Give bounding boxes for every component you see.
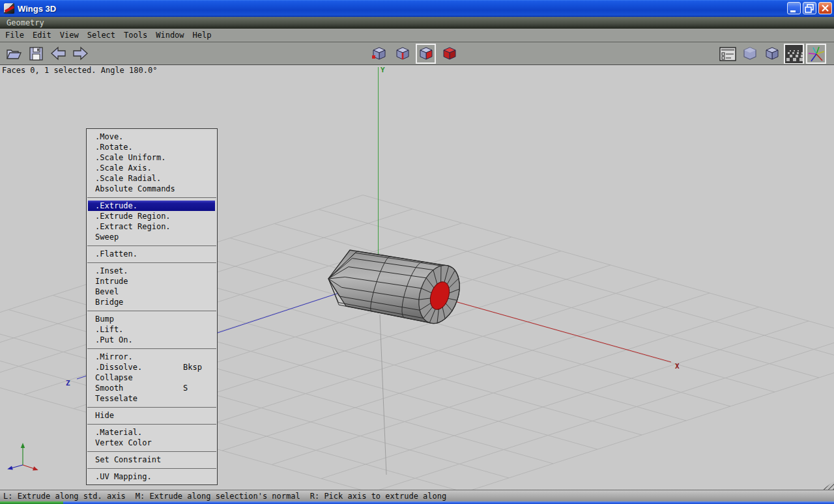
face-mode-button[interactable] (417, 45, 435, 63)
menu-item-label: Vertex Color (95, 438, 152, 447)
axis-label-x: X (675, 362, 680, 371)
menu-item-tesselate[interactable]: Tesselate (87, 393, 217, 404)
menu-item-material[interactable]: .Material. (87, 427, 217, 438)
ground-plane-button[interactable] (785, 45, 803, 63)
minimize-icon (788, 3, 800, 14)
start-button[interactable] (0, 501, 63, 504)
menu-item-label: .Scale Axis. (95, 163, 152, 173)
menu-item-bridge[interactable]: Bridge (87, 297, 217, 307)
menu-item-label: Bridge (95, 298, 123, 307)
show-edges-icon (764, 46, 781, 63)
menu-separator (87, 345, 217, 352)
menu-separator (87, 421, 217, 427)
menu-item-put-on[interactable]: .Put On. (87, 335, 217, 345)
status-right-mouse: R: Pick axis to extrude along (310, 492, 447, 501)
geometry-window-label: Geometry (0, 17, 834, 29)
forward-arrow-button[interactable] (72, 45, 89, 63)
menu-item-collapse[interactable]: Collapse (87, 372, 217, 383)
title-bar: Wings 3D (0, 0, 834, 17)
menu-separator (87, 465, 217, 471)
menu-item-label: .Dissolve. (95, 363, 142, 372)
show-axes-button[interactable] (807, 45, 825, 63)
show-axes-icon (807, 45, 825, 63)
show-edges-button[interactable] (763, 45, 781, 63)
menu-separator (87, 404, 217, 410)
menu-view[interactable]: View (60, 31, 79, 40)
close-button[interactable] (818, 2, 832, 14)
axis-label-y: Y (381, 66, 385, 74)
menu-item-flatten[interactable]: .Flatten. (87, 249, 217, 259)
menu-item-label: .Extrude Region. (95, 212, 171, 221)
menu-bar: FileEditViewSelectToolsWindowHelp (0, 29, 834, 42)
menu-item-absolute-commands[interactable]: Absolute Commands (87, 184, 217, 194)
menu-separator (87, 448, 217, 455)
menu-help[interactable]: Help (193, 31, 212, 40)
menu-item-label: .Inset. (95, 266, 128, 275)
menu-item-label: Smooth (95, 384, 123, 393)
menu-item-label: .Scale Radial. (95, 174, 161, 183)
menu-item-label: Collapse (95, 373, 133, 382)
back-arrow-icon (50, 45, 67, 63)
minimize-button[interactable] (787, 2, 801, 14)
menu-item-label: Bump (95, 315, 114, 324)
save-file-button[interactable] (27, 45, 45, 63)
restore-button[interactable] (803, 2, 816, 14)
menu-item-inset[interactable]: .Inset. (87, 266, 217, 276)
menu-separator (87, 194, 217, 201)
menu-edit[interactable]: Edit (33, 31, 51, 40)
menu-item-scale-radial[interactable]: .Scale Radial. (87, 173, 217, 184)
face-mode-icon (418, 46, 435, 63)
menu-item-hide[interactable]: Hide (87, 410, 217, 421)
smooth-shading-button[interactable] (741, 45, 758, 63)
menu-item-move[interactable]: .Move. (87, 132, 217, 142)
vertex-mode-button[interactable] (370, 45, 388, 63)
menu-item-extrude[interactable]: .Extrude. (88, 201, 215, 211)
menu-tools[interactable]: Tools (124, 31, 147, 40)
menu-item-label: .Material. (95, 428, 142, 437)
geometry-graph-window-button[interactable] (719, 45, 736, 63)
edge-mode-button[interactable] (394, 45, 411, 63)
menu-item-smooth[interactable]: SmoothS (87, 383, 217, 393)
back-arrow-button[interactable] (50, 45, 67, 63)
save-file-icon (27, 45, 45, 63)
menu-item-scale-uniform[interactable]: .Scale Uniform. (87, 152, 217, 163)
app-icon (4, 3, 14, 14)
menu-item-sweep[interactable]: Sweep (87, 232, 217, 242)
window-title: Wings 3D (18, 4, 56, 14)
open-file-button[interactable] (5, 45, 23, 63)
menu-item-mirror[interactable]: .Mirror. (87, 352, 217, 362)
menu-item-label: .Rotate. (95, 143, 133, 152)
menu-item-extract-region[interactable]: .Extract Region. (87, 221, 217, 232)
context-menu: .Move..Rotate..Scale Uniform..Scale Axis… (86, 128, 218, 485)
mini-axis-indicator (7, 443, 38, 470)
menu-item-bump[interactable]: Bump (87, 314, 217, 324)
menu-item-rotate[interactable]: .Rotate. (87, 142, 217, 152)
menu-file[interactable]: File (5, 31, 24, 40)
menu-select[interactable]: Select (87, 31, 115, 40)
taskbar[interactable] (0, 501, 834, 504)
model-cylinder[interactable] (328, 250, 467, 329)
menu-item-vertex-color[interactable]: Vertex Color (87, 438, 217, 448)
menu-item-extrude-region[interactable]: .Extrude Region. (87, 211, 217, 221)
menu-item-scale-axis[interactable]: .Scale Axis. (87, 163, 217, 173)
menu-window[interactable]: Window (156, 31, 184, 40)
menu-item-intrude[interactable]: Intrude (87, 276, 217, 287)
menu-item-label: Bevel (95, 287, 119, 296)
body-mode-button[interactable] (440, 45, 458, 63)
menu-item-label: Intrude (95, 277, 128, 286)
menu-item-label: .Extract Region. (95, 222, 171, 231)
menu-item-shortcut: S (183, 383, 188, 393)
menu-item-bevel[interactable]: Bevel (87, 287, 217, 297)
menu-item-label: .Put On. (95, 335, 133, 344)
menu-item-set-constraint[interactable]: Set Constraint (87, 455, 217, 465)
menu-item-lift[interactable]: .Lift. (87, 324, 217, 335)
menu-item-label: Tesselate (95, 394, 137, 403)
selection-info: Faces 0, 1 selected. Angle 180.0° (2, 66, 157, 75)
menu-item-label: .Scale Uniform. (95, 153, 165, 162)
menu-item-dissolve[interactable]: .Dissolve.Bksp (87, 362, 217, 372)
menu-item-uv-mapping[interactable]: .UV Mapping. (87, 471, 217, 482)
menu-item-label: Hide (95, 411, 114, 420)
status-left-mouse: L: Extrude along std. axis (3, 492, 126, 501)
open-file-icon (5, 45, 23, 63)
edge-mode-icon (394, 46, 411, 63)
